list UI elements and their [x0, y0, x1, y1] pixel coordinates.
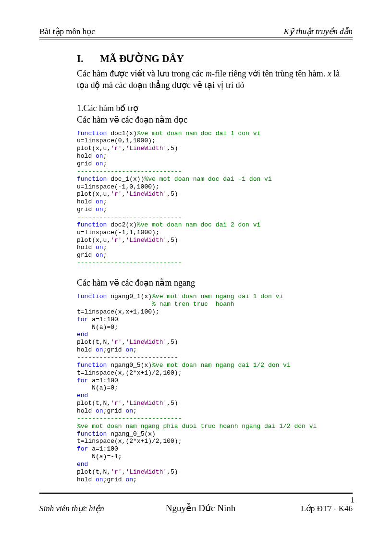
page-number: 1: [351, 495, 355, 505]
section-heading: MÃ ĐƯỜNG DÂY: [100, 53, 184, 64]
footer-rule: [39, 492, 353, 494]
subsection-1: 1.Các hàm bổ trợ: [77, 103, 348, 113]
footer-author: Nguyễn Đức Ninh: [104, 502, 297, 514]
x-italic: x: [328, 69, 331, 78]
intro-paragraph: Các hàm được viết và lưu trong các m-fil…: [77, 68, 348, 91]
content: I.MÃ ĐƯỜNG DÂY Các hàm được viết và lưu …: [39, 53, 353, 484]
section-number: I.: [77, 53, 100, 65]
subsection-doc: Các hàm vẽ các đoạn nằm dọc: [77, 114, 348, 125]
header-right: Kỹ thuật truyền dẫn: [284, 26, 353, 37]
m-italic: m: [206, 69, 212, 78]
header-left: Bài tập môn học: [39, 26, 95, 37]
footer-left: Sinh viên thực hiện: [39, 503, 104, 514]
code-block-2: function ngang0_1(x)%ve mot doan nam nga…: [77, 293, 348, 483]
page-header: Bài tập môn học Kỹ thuật truyền dẫn: [39, 26, 353, 39]
page-footer: Sinh viên thực hiện Nguyễn Đức Ninh Lớp …: [39, 492, 353, 514]
code-block-1: function doc1(x)%ve mot doan nam doc dai…: [77, 130, 348, 267]
subsection-ngang: Các hàm vẽ các đoạn nằm ngang: [77, 277, 348, 288]
footer-class: Lớp ĐT7 - K46: [301, 503, 353, 514]
section-title: I.MÃ ĐƯỜNG DÂY: [77, 53, 348, 65]
